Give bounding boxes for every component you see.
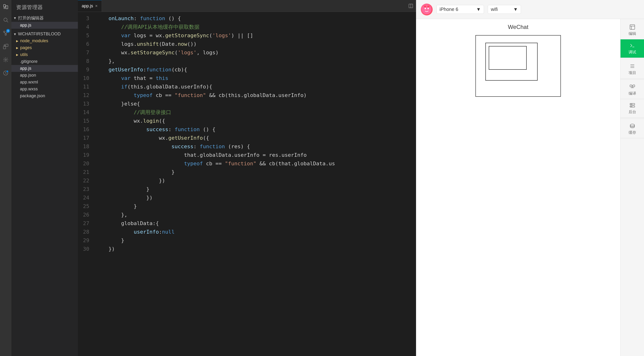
activity-bar-time[interactable]	[1, 68, 10, 78]
code-area[interactable]: onLaunch: function () { //调用API从本地缓存中获取数…	[92, 12, 416, 356]
activity-bar-source-control[interactable]: 8	[1, 28, 10, 38]
code-line-12: typeof cb == "function" && cb(this.globa…	[96, 91, 416, 100]
open-editors-header[interactable]: ▼ 打开的编辑器	[12, 14, 78, 22]
line-num-30: 30	[78, 245, 89, 253]
tree-utils[interactable]: ▶ utils	[12, 51, 78, 58]
tree-pages[interactable]: ▶ pages	[12, 44, 78, 51]
svg-point-17	[424, 8, 426, 9]
activity-bar-extensions[interactable]	[1, 42, 10, 51]
code-line-19: that.globalData.userInfo = res.userInfo	[96, 151, 416, 159]
tool-debug[interactable]: 调试	[620, 39, 644, 58]
code-line-3: onLaunch: function () {	[96, 14, 416, 23]
line-num-3: 3	[78, 14, 89, 23]
code-line-4: //调用API从本地缓存中获取数据	[96, 23, 416, 31]
open-editor-appjs[interactable]: app.js	[12, 22, 78, 29]
line-num-13: 13	[78, 100, 89, 108]
activity-bar-explorer[interactable]	[1, 2, 10, 11]
code-line-7: wx.setStorageSync('logs', logs)	[96, 48, 416, 57]
svg-rect-20	[427, 6, 430, 7]
activity-bar-search[interactable]	[1, 15, 10, 25]
network-selector-arrow: ▼	[513, 7, 518, 12]
line-num-23: 23	[78, 185, 89, 193]
file-gitignore[interactable]: .gitignore	[12, 58, 78, 65]
activity-bar-debug[interactable]	[1, 55, 10, 64]
tab-close-appjs[interactable]: ✕	[95, 4, 98, 8]
file-appwxml[interactable]: app.wxml	[12, 79, 78, 86]
svg-line-3	[7, 21, 8, 22]
tab-bar: app.js ✕	[78, 0, 416, 12]
svg-point-4	[4, 31, 5, 32]
svg-rect-28	[630, 85, 632, 87]
sim-outer-box	[485, 43, 538, 81]
tab-split-action[interactable]	[406, 0, 416, 12]
code-line-18: success: function (res) {	[96, 142, 416, 151]
code-line-13: }else{	[96, 100, 416, 108]
code-line-16: success: function () {	[96, 125, 416, 134]
svg-point-11	[5, 59, 6, 60]
line-num-11: 11	[78, 83, 89, 91]
right-panel-topbar: iPhone 6 ▼ wifi ▼	[416, 0, 644, 19]
svg-point-13	[7, 71, 8, 72]
svg-point-18	[428, 8, 429, 9]
code-line-17: wx.getUserInfo({	[96, 134, 416, 142]
line-num-18: 18	[78, 142, 89, 151]
tool-project[interactable]: 项目	[620, 60, 644, 78]
tools-divider2	[620, 79, 644, 80]
file-appjs[interactable]: app.js	[12, 65, 78, 72]
pages-label: pages	[20, 45, 32, 50]
tab-appjs[interactable]: app.js ✕	[78, 0, 102, 12]
device-selector[interactable]: iPhone 6 ▼	[436, 5, 484, 14]
sidebar-header: 资源管理器	[12, 0, 78, 13]
node-modules-arrow: ▶	[16, 39, 18, 43]
project-section: ▼ WCHATFIRSTBLOOD ▶ node_modules ▶ pages…	[12, 30, 78, 100]
code-line-15: wx.login({	[96, 117, 416, 125]
line-num-22: 22	[78, 177, 89, 185]
line-numbers: 3 4 5 6 7 8 9 10 11 12 13 14 15 16 17 18…	[78, 12, 92, 356]
pages-arrow: ▶	[16, 46, 18, 50]
utils-label: utils	[20, 52, 28, 57]
sim-inner-box	[489, 46, 527, 70]
code-line-22: })	[96, 177, 416, 185]
svg-rect-21	[630, 25, 635, 29]
file-appwxss[interactable]: app.wxss	[12, 86, 78, 93]
code-line-9: getUserInfo:function(cb){	[96, 65, 416, 74]
tool-backend[interactable]: 后台	[620, 99, 644, 118]
editor-container: app.js ✕ 3 4 5 6 7 8 9 10 11 12 13 14 15	[78, 0, 416, 356]
file-packagejson[interactable]: package.json	[12, 93, 78, 99]
code-line-8: },	[96, 57, 416, 65]
code-line-21: }	[96, 168, 416, 177]
simulator-area: WeChat	[416, 19, 620, 356]
code-line-11: if(this.globalData.userInfo){	[96, 83, 416, 91]
right-panel-content: WeChat 编辑	[416, 19, 644, 356]
open-editors-arrow: ▼	[13, 16, 16, 20]
line-num-10: 10	[78, 74, 89, 83]
tool-edit[interactable]: 编辑	[620, 21, 644, 39]
code-line-10: var that = this	[96, 74, 416, 83]
simulator-title: WeChat	[508, 24, 528, 30]
tool-cache[interactable]: 缓存	[620, 120, 644, 138]
svg-rect-29	[633, 85, 635, 87]
code-line-5: var logs = wx.getStorageSync('logs') || …	[96, 31, 416, 40]
tree-node-modules[interactable]: ▶ node_modules	[12, 37, 78, 44]
network-selector[interactable]: wifi ▼	[488, 5, 521, 14]
code-line-27: globalData:{	[96, 219, 416, 228]
code-line-30: })	[96, 245, 416, 253]
svg-point-6	[5, 34, 6, 35]
project-header[interactable]: ▼ WCHATFIRSTBLOOD	[12, 31, 78, 37]
code-line-24: })	[96, 193, 416, 202]
file-appjson[interactable]: app.json	[12, 72, 78, 79]
tool-backend-label: 后台	[628, 110, 636, 115]
line-num-20: 20	[78, 159, 89, 168]
tool-cache-label: 缓存	[628, 130, 636, 135]
code-line-28: userInfo:null	[96, 228, 416, 236]
tool-compile[interactable]: 编译	[620, 81, 644, 99]
line-num-26: 26	[78, 211, 89, 219]
line-num-15: 15	[78, 117, 89, 125]
line-num-6: 6	[78, 40, 89, 48]
svg-rect-9	[3, 46, 6, 49]
svg-rect-19	[424, 6, 426, 7]
code-line-20: typeof cb == "function" && cb(that.globa…	[96, 159, 416, 168]
code-line-23: }	[96, 185, 416, 193]
line-num-7: 7	[78, 48, 89, 57]
tool-project-label: 项目	[628, 70, 636, 75]
